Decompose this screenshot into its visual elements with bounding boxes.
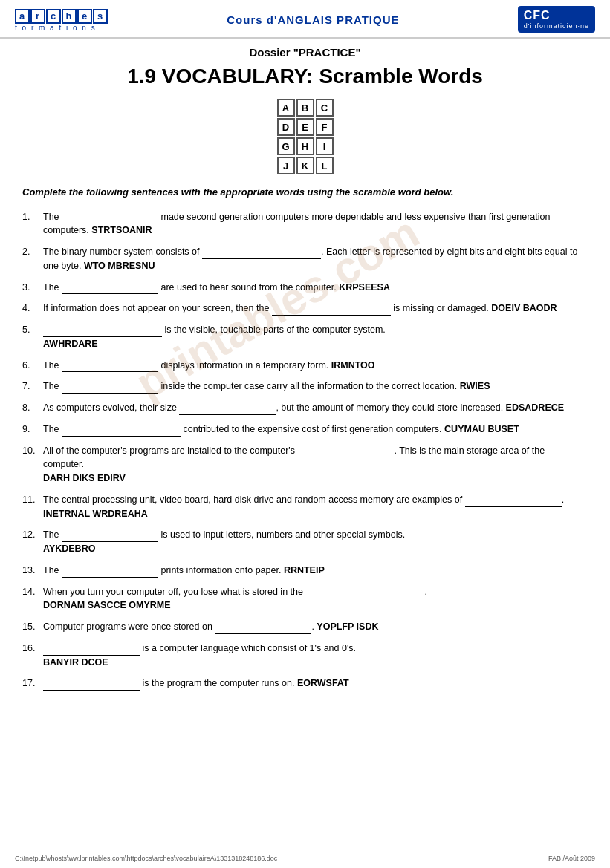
page-header: arches f o r m a t i o n s Cours d'ANGLA… xyxy=(0,0,610,39)
letter-B: B xyxy=(296,99,314,117)
q7-blank[interactable] xyxy=(62,383,158,394)
question-12: 12. The is used to input letters, number… xyxy=(22,528,588,556)
q12-scramble: AYKDEBRO xyxy=(43,544,95,554)
questions-list: 1. The made second generation computers … xyxy=(22,210,588,691)
logo-letter-r: r xyxy=(30,9,45,24)
question-1: 1. The made second generation computers … xyxy=(22,210,588,238)
letter-row-4: J K L xyxy=(277,157,334,174)
q17-scramble: EORWSFAT xyxy=(297,678,349,688)
q6-scramble: IRMNTOO xyxy=(331,360,375,371)
q13-blank[interactable] xyxy=(62,567,158,578)
letter-H: H xyxy=(296,137,314,155)
q12-blank[interactable] xyxy=(62,532,158,542)
q5-content: is the visible, touchable parts of the c… xyxy=(43,323,588,351)
question-5: 5. is the visible, touchable parts of th… xyxy=(22,323,588,351)
letter-row-1: A B C xyxy=(277,99,334,117)
dossier-title: Dossier "PRACTICE" xyxy=(22,46,588,59)
page-footer: C:\Inetpub\vhosts\ww.lprintables.com\htt… xyxy=(15,855,595,862)
letter-row-3: G H I xyxy=(277,137,334,155)
q5-blank[interactable] xyxy=(43,327,162,337)
q9-content: The contributed to the expensive cost of… xyxy=(43,422,588,437)
footer-right: FAB /Août 2009 xyxy=(548,855,595,862)
logo-letter-s: s xyxy=(93,9,108,24)
q6-number: 6. xyxy=(22,359,43,373)
q9-blank[interactable] xyxy=(62,426,181,437)
q14-number: 14. xyxy=(22,585,43,613)
q2-content: The binary number system consists of . E… xyxy=(43,245,588,273)
q8-scramble: EDSADRECE xyxy=(506,402,565,413)
q15-number: 15. xyxy=(22,620,43,634)
q11-scramble: INETRNAL WRDREAHA xyxy=(43,509,148,519)
header-center-text: Cours d'ANGLAIS PRATIQUE xyxy=(227,13,399,26)
letter-I: I xyxy=(316,137,334,155)
arches-logo: arches xyxy=(15,7,108,24)
letter-C: C xyxy=(316,99,334,117)
letter-F: F xyxy=(316,118,334,136)
letter-L: L xyxy=(316,157,334,174)
q3-blank[interactable] xyxy=(62,284,158,294)
q1-content: The made second generation computers mor… xyxy=(43,210,588,238)
q11-blank[interactable] xyxy=(465,497,562,507)
q3-number: 3. xyxy=(22,281,43,295)
question-15: 15. Computer programs were once stored o… xyxy=(22,620,588,634)
q14-scramble: DORNAM SASCCE OMYRME xyxy=(43,600,171,610)
question-14: 14. When you turn your computer off, you… xyxy=(22,585,588,613)
letter-J: J xyxy=(277,157,295,174)
question-16: 16. is a computer language which consist… xyxy=(22,642,588,670)
q8-blank[interactable] xyxy=(179,405,276,415)
q4-content: If information does not appear on your s… xyxy=(43,301,588,316)
q8-number: 8. xyxy=(22,401,43,415)
q4-number: 4. xyxy=(22,301,43,316)
q2-blank[interactable] xyxy=(202,249,321,259)
q7-content: The inside the computer case carry all t… xyxy=(43,379,588,394)
q13-number: 13. xyxy=(22,564,43,578)
q12-content: The is used to input letters, numbers an… xyxy=(43,528,588,556)
question-9: 9. The contributed to the expensive cost… xyxy=(22,422,588,437)
main-content: Dossier "PRACTICE" 1.9 VOCABULARY: Scram… xyxy=(0,39,610,713)
q10-content: All of the computer's programs are insta… xyxy=(43,444,588,486)
q5-number: 5. xyxy=(22,323,43,351)
question-2: 2. The binary number system consists of … xyxy=(22,245,588,273)
letter-row-2: D E F xyxy=(277,118,334,136)
q6-content: The displays information in a temporary … xyxy=(43,359,588,373)
q3-scramble: KRPSEESA xyxy=(339,282,390,293)
q16-content: is a computer language which consist of … xyxy=(43,642,588,670)
question-17: 17. is the program the computer runs on.… xyxy=(22,676,588,691)
q10-blank[interactable] xyxy=(297,447,394,457)
letter-K: K xyxy=(296,157,314,174)
q16-blank[interactable] xyxy=(43,645,140,656)
cfc-subtext: d'informaticien·ne xyxy=(524,22,589,30)
q1-blank[interactable] xyxy=(62,213,158,223)
q17-blank[interactable] xyxy=(43,680,140,691)
q15-blank[interactable] xyxy=(215,624,311,634)
q10-number: 10. xyxy=(22,444,43,486)
q11-content: The central processing unit, video board… xyxy=(43,493,588,521)
question-13: 13. The prints information onto paper. R… xyxy=(22,564,588,578)
cfc-logo: CFC d'informaticien·ne xyxy=(518,6,595,33)
instruction-text: Complete the following sentences with th… xyxy=(22,185,588,200)
q9-scramble: CUYMAU BUSET xyxy=(444,424,519,434)
formations-text: f o r m a t i o n s xyxy=(15,24,108,32)
q17-number: 17. xyxy=(22,676,43,691)
question-8: 8. As computers evolved, their size , bu… xyxy=(22,401,588,415)
q14-blank[interactable] xyxy=(305,588,424,598)
q9-number: 9. xyxy=(22,422,43,437)
letter-A: A xyxy=(277,99,295,117)
q16-scramble: BANYIR DCOE xyxy=(43,657,108,668)
q10-scramble: DARH DIKS EDIRV xyxy=(43,473,126,483)
q12-number: 12. xyxy=(22,528,43,556)
q14-content: When you turn your computer off, you los… xyxy=(43,585,588,613)
q13-scramble: RRNTEIP xyxy=(284,565,325,575)
q2-number: 2. xyxy=(22,245,43,273)
q6-blank[interactable] xyxy=(62,362,158,372)
q11-number: 11. xyxy=(22,493,43,521)
q4-blank[interactable] xyxy=(272,305,391,316)
q15-content: Computer programs were once stored on . … xyxy=(43,620,588,634)
letter-G: G xyxy=(277,137,295,155)
q13-content: The prints information onto paper. RRNTE… xyxy=(43,564,588,578)
cfc-text: CFC xyxy=(524,9,589,22)
q3-content: The are used to hear sound from the comp… xyxy=(43,281,588,295)
q7-scramble: RWIES xyxy=(460,381,490,391)
letter-E: E xyxy=(296,118,314,136)
letter-grid: A B C D E F G H I J K L xyxy=(22,99,588,174)
